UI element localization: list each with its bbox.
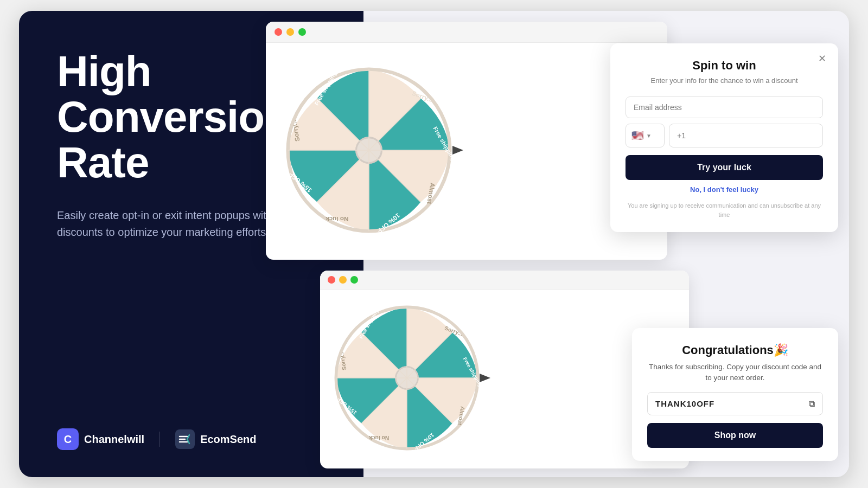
dot-red [275,28,282,36]
browser-bar-top [266,22,667,43]
congrats-title: Congratulations🎉 [647,343,823,357]
dot-red-2 [328,276,335,284]
discount-code: THANK10OFF [648,393,801,415]
discount-code-row: THANK10OFF ⧉ [647,392,823,415]
browser-content-top: Sorry... Free shipping Almost 10% OFF No… [266,43,667,260]
congratulations-popup: Congratulations🎉 Thanks for subscribing.… [632,328,838,461]
try-luck-button[interactable]: Try your luck [626,155,823,180]
email-input[interactable] [626,97,823,118]
svg-text:No luck: No luck [326,216,349,223]
congrats-text: Thanks for subscribing. Copy your discou… [647,362,823,384]
copy-icon: ⧉ [809,399,815,408]
dot-green [298,28,306,36]
brand-divider [159,432,160,447]
disclaimer-text: You are signing up to receive communicat… [626,201,823,219]
brand-ecomsend: EcomSend [175,429,256,449]
flag-emoji: 🇺🇸 [631,130,643,142]
right-panel: Sorry... Free shipping Almost 10% OFF No… [363,11,849,477]
brand-row: C Channelwill EcomSend [57,428,326,450]
wheel-svg-top: Sorry... Free shipping Almost 10% OFF No… [282,63,456,237]
dot-green-2 [350,276,358,284]
svg-text:No luck: No luck [369,435,389,441]
phone-input[interactable] [669,124,823,147]
svg-marker-20 [452,146,463,155]
wheel-svg-bottom: Sorry... Free shipping Almost 10% OFF No… [331,302,483,454]
hero-subtitle: Easily create opt-in or exit intent popu… [57,207,274,241]
top-wheel-area: Sorry... Free shipping Almost 10% OFF No… [266,43,467,260]
dropdown-arrow: ▼ [646,133,652,139]
wheel-bottom: Sorry... Free shipping Almost 10% OFF No… [331,302,483,456]
spin-to-win-popup: ✕ Spin to win Enter your info for the ch… [610,43,838,232]
shop-now-button[interactable]: Shop now [647,423,823,448]
country-select[interactable]: 🇺🇸 ▼ [626,124,665,147]
dot-yellow-2 [339,276,347,284]
phone-row: 🇺🇸 ▼ [626,124,823,147]
close-button[interactable]: ✕ [814,51,829,66]
ecomsend-logo [175,429,195,449]
svg-marker-40 [480,374,490,382]
browser-window-top: Sorry... Free shipping Almost 10% OFF No… [266,22,667,260]
spin-popup-title: Spin to win [626,59,823,73]
copy-button[interactable]: ⧉ [801,394,822,414]
wheel-top: Sorry... Free shipping Almost 10% OFF No… [282,63,456,239]
wheel-arrow-top [452,144,465,159]
browser-bar-bottom [320,271,689,290]
ecomsend-name: EcomSend [200,433,256,446]
channelwill-name: Channelwill [84,433,144,446]
page-container: High Conversion Rate Easily create opt-i… [19,11,849,477]
brand-channelwill: C Channelwill [57,428,144,450]
bottom-wheel-area: Sorry... Free shipping Almost 10% OFF No… [320,290,494,468]
no-lucky-link[interactable]: No, I don't feel lucky [626,185,823,194]
dot-yellow [286,28,294,36]
spin-popup-subtitle: Enter your info for the chance to win a … [626,76,823,86]
channelwill-logo: C [57,428,79,450]
wheel-arrow-bottom [480,371,493,387]
